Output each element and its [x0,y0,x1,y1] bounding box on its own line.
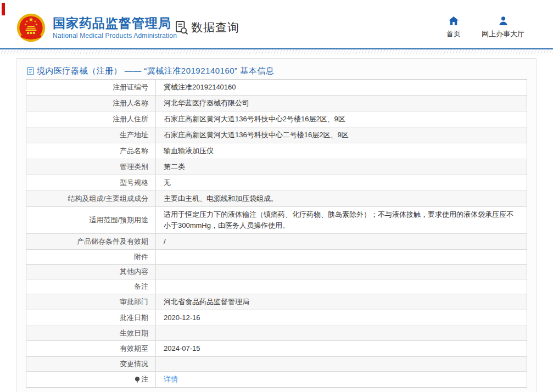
row-label: 生效日期 [26,326,156,340]
site-header: 国家药品监督管理局 National Medical Products Admi… [0,0,553,48]
row-value: 河北华蓝医疗器械有限公司 [156,96,527,111]
hatch-strip [0,49,553,54]
row-label: 注册证编号 [26,80,156,95]
row-label: 结构及组成/主要组成成分 [26,191,156,206]
row-label: 其他内容 [26,265,156,279]
row-value [156,357,527,371]
row-value: 无 [156,175,527,191]
table-row-note: 注 详情 [26,372,527,387]
row-value: 适用于恒定压力下的液体输注（镇痛药、化疗药物、胰岛素除外）；不与液体接触，要求使… [156,207,527,233]
note-pin-icon [135,377,140,384]
row-label: 注册人名称 [26,96,156,111]
registration-info-table: 注册证编号冀械注准20192140160 注册人名称河北华蓝医疗器械有限公司 注… [26,79,527,388]
data-query-tab[interactable]: 数据查询 [175,20,239,35]
brand-text: 国家药品监督管理局 National Medical Products Admi… [53,13,177,40]
nav-item-label: 网上办事大厅 [482,29,524,39]
nav-item-label: 首页 [446,29,461,39]
table-row: 批准日期2020-12-16 [26,310,527,326]
row-label: 产品储存条件及有效期 [26,234,156,249]
row-value: 输血输液加压仪 [156,143,527,159]
row-label: 适用范围/预期用途 [26,207,156,233]
row-value: 2020-12-16 [156,310,527,326]
row-label-text: 注 [141,374,148,384]
row-label: 型号规格 [26,175,156,191]
table-row: 注册证编号冀械注准20192140160 [26,80,527,96]
red-corner-mark [2,3,5,15]
row-label: 附件 [26,250,156,264]
table-row: 生产地址石家庄高新区黄河大道136号科技中心二号楼16层2区、9区 [26,127,527,143]
table-row: 管理类别第二类 [26,159,527,175]
table-row: 型号规格无 [26,175,527,191]
home-icon [449,16,459,25]
row-value: 第二类 [156,159,527,175]
table-row: 注册人住所石家庄高新区黄河大道136号科技中心2号楼16层2区、9区 [26,111,527,127]
row-value [156,326,527,340]
table-row: 备注 [26,279,527,294]
row-value: 石家庄高新区黄河大道136号科技中心2号楼16层2区、9区 [156,111,527,127]
table-row: 适用范围/预期用途适用于恒定压力下的液体输注（镇痛药、化疗药物、胰岛素除外）；不… [26,207,527,234]
row-label: 变更情况 [26,357,156,371]
detail-panel: 境内医疗器械（注册） —— “冀械注准20192140160” 基本信息 注册证… [16,58,537,392]
table-row: 生效日期 [26,326,527,341]
row-value [156,265,527,279]
top-nav: 首页 网上办事大厅 [446,16,524,39]
data-query-label: 数据查询 [191,20,239,35]
org-name-zh: 国家药品监督管理局 [53,16,177,30]
row-label: 产品名称 [26,143,156,159]
table-row: 有效期至2024-07-15 [26,341,527,357]
document-icon [27,67,34,75]
row-label: 注 [26,372,156,387]
table-row: 变更情况 [26,357,527,372]
table-row: 产品名称输血输液加压仪 [26,143,527,159]
row-value: 河北省食品药品监督管理局 [156,294,527,310]
table-row: 审批部门河北省食品药品监督管理局 [26,294,527,310]
table-row: 其他内容 [26,265,527,279]
row-value [156,279,527,294]
row-value: / [156,234,527,249]
page-title: 境内医疗器械（注册） —— “冀械注准20192140160” 基本信息 [37,66,274,76]
org-name-en: National Medical Products Administration [53,32,177,40]
row-label: 备注 [26,279,156,294]
document-search-icon [175,20,188,35]
row-label: 批准日期 [26,310,156,326]
nav-item-service-hall[interactable]: 网上办事大厅 [482,16,524,39]
row-label: 审批部门 [26,294,156,310]
nav-item-home[interactable]: 首页 [446,16,461,39]
table-row: 产品储存条件及有效期/ [26,234,527,250]
row-value: 石家庄高新区黄河大道136号科技中心二号楼16层2区、9区 [156,127,527,143]
site-logo[interactable]: 国家药品监督管理局 National Medical Products Admi… [16,13,177,42]
table-row: 附件 [26,250,527,265]
row-label: 有效期至 [26,341,156,356]
row-value: 详情 [156,372,527,387]
table-row: 注册人名称河北华蓝医疗器械有限公司 [26,96,527,111]
row-value: 冀械注准20192140160 [156,80,527,95]
row-label: 管理类别 [26,159,156,175]
row-label: 注册人住所 [26,111,156,127]
details-link[interactable]: 详情 [164,374,178,385]
table-row: 结构及组成/主要组成成分主要由主机、电源线和加压袋组成。 [26,191,527,207]
page-title-bar: 境内医疗器械（注册） —— “冀械注准20192140160” 基本信息 [26,63,527,79]
row-value: 2024-07-15 [156,341,527,356]
row-value: 主要由主机、电源线和加压袋组成。 [156,191,527,206]
person-icon [499,16,508,25]
row-value [156,250,527,264]
row-label: 生产地址 [26,127,156,143]
national-emblem-icon [16,13,46,42]
